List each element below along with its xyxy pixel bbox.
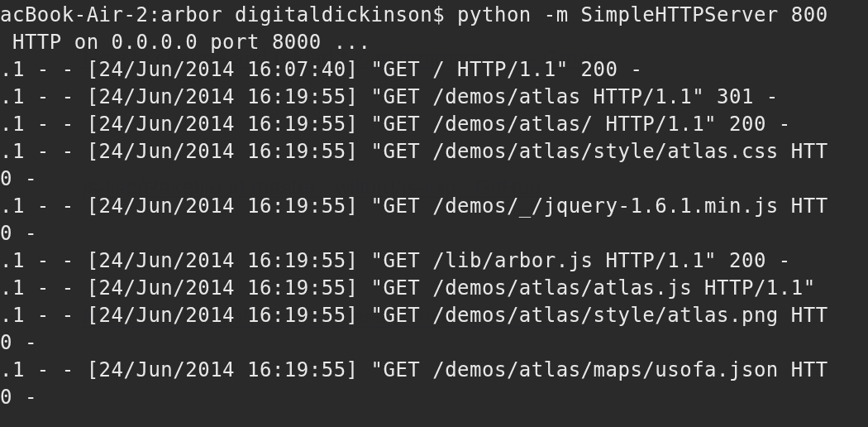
terminal-line: .1 - - [24/Jun/2014 16:19:55] "GET /demo… xyxy=(0,138,868,166)
terminal-line: .1 - - [24/Jun/2014 16:19:55] "GET /demo… xyxy=(0,275,868,302)
terminal-line: 0 - xyxy=(0,384,868,411)
terminal-window[interactable]: acBook-Air-2:arbor digitaldickinson$ pyt… xyxy=(0,0,868,427)
terminal-line: 0 - xyxy=(0,329,868,357)
terminal-line: 0 - xyxy=(0,166,868,193)
terminal-line: HTTP on 0.0.0.0 port 8000 ... xyxy=(0,29,868,56)
terminal-line: .1 - - [24/Jun/2014 16:19:55] "GET /demo… xyxy=(0,357,868,384)
terminal-line: .1 - - [24/Jun/2014 16:07:40] "GET / HTT… xyxy=(0,56,868,84)
terminal-line: 0 - xyxy=(0,220,868,247)
terminal-line: .1 - - [24/Jun/2014 16:19:55] "GET /demo… xyxy=(0,193,868,220)
terminal-line: .1 - - [24/Jun/2014 16:19:55] "GET /demo… xyxy=(0,302,868,329)
terminal-line: .1 - - [24/Jun/2014 16:19:55] "GET /demo… xyxy=(0,84,868,111)
terminal-line: .1 - - [24/Jun/2014 16:19:55] "GET /demo… xyxy=(0,111,868,138)
terminal-line: .1 - - [24/Jun/2014 16:19:55] "GET /lib/… xyxy=(0,247,868,275)
terminal-line: acBook-Air-2:arbor digitaldickinson$ pyt… xyxy=(0,2,868,29)
